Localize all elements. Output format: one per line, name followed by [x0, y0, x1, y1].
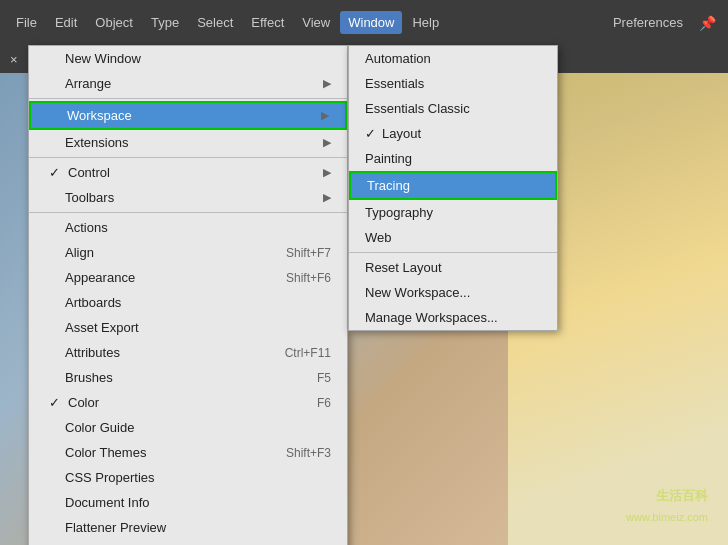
- menu-toolbars-label: Toolbars: [45, 190, 114, 205]
- watermark-line1: 生活百科: [656, 487, 708, 505]
- menu-type[interactable]: Type: [143, 11, 187, 34]
- brushes-shortcut: F5: [317, 371, 331, 385]
- extensions-arrow-icon: ▶: [323, 136, 331, 149]
- menu-document-info-label: Document Info: [45, 495, 150, 510]
- menu-workspace[interactable]: Workspace ▶: [29, 101, 347, 130]
- pin-icon[interactable]: 📌: [695, 11, 720, 35]
- menu-flattener-preview-label: Flattener Preview: [45, 520, 166, 535]
- menu-align-label: Align: [45, 245, 94, 260]
- appearance-shortcut: Shift+F6: [286, 271, 331, 285]
- control-check-area: ✓ Control: [45, 165, 110, 180]
- menu-extensions-label: Extensions: [45, 135, 129, 150]
- menu-css-properties-label: CSS Properties: [45, 470, 155, 485]
- submenu-manage-workspaces-label: Manage Workspaces...: [365, 310, 498, 325]
- menu-color-themes[interactable]: Color Themes Shift+F3: [29, 440, 347, 465]
- menu-view[interactable]: View: [294, 11, 338, 34]
- menu-brushes-label: Brushes: [45, 370, 113, 385]
- menu-color-themes-label: Color Themes: [45, 445, 146, 460]
- menu-arrange-label: Arrange: [45, 76, 111, 91]
- attributes-shortcut: Ctrl+F11: [285, 346, 331, 360]
- control-arrow-icon: ▶: [323, 166, 331, 179]
- submenu-reset-layout[interactable]: Reset Layout: [349, 255, 557, 280]
- submenu-typography[interactable]: Typography: [349, 200, 557, 225]
- layout-checkmark-icon: ✓: [365, 126, 376, 141]
- menu-effect[interactable]: Effect: [243, 11, 292, 34]
- submenu-layout[interactable]: ✓ Layout: [349, 121, 557, 146]
- submenu-tracing[interactable]: Tracing: [349, 171, 557, 200]
- menu-file[interactable]: File: [8, 11, 45, 34]
- sep3: [29, 212, 347, 213]
- submenu-reset-layout-label: Reset Layout: [365, 260, 442, 275]
- menu-color-label: Color: [68, 395, 99, 410]
- menu-artboards[interactable]: Artboards: [29, 290, 347, 315]
- menu-gradient[interactable]: Gradient Ctrl+F9: [29, 540, 347, 545]
- menu-workspace-label: Workspace: [47, 108, 132, 123]
- arrange-arrow-icon: ▶: [323, 77, 331, 90]
- menu-new-window-label: New Window: [45, 51, 141, 66]
- menu-document-info[interactable]: Document Info: [29, 490, 347, 515]
- menu-attributes-label: Attributes: [45, 345, 120, 360]
- menu-artboards-label: Artboards: [45, 295, 121, 310]
- close-button[interactable]: ×: [4, 50, 24, 69]
- menu-appearance[interactable]: Appearance Shift+F6: [29, 265, 347, 290]
- sep2: [29, 157, 347, 158]
- menu-select[interactable]: Select: [189, 11, 241, 34]
- submenu-tracing-label: Tracing: [367, 178, 410, 193]
- menu-appearance-label: Appearance: [45, 270, 135, 285]
- toolbars-arrow-icon: ▶: [323, 191, 331, 204]
- menu-toolbars[interactable]: Toolbars ▶: [29, 185, 347, 210]
- menu-window[interactable]: Window: [340, 11, 402, 34]
- submenu-sep1: [349, 252, 557, 253]
- submenu-typography-label: Typography: [365, 205, 433, 220]
- submenu-web-label: Web: [365, 230, 392, 245]
- workspace-arrow-icon: ▶: [321, 109, 329, 122]
- submenu-new-workspace[interactable]: New Workspace...: [349, 280, 557, 305]
- control-checkmark-icon: ✓: [49, 165, 60, 180]
- submenu-layout-label: Layout: [382, 126, 421, 141]
- submenu-painting[interactable]: Painting: [349, 146, 557, 171]
- menu-actions-label: Actions: [45, 220, 108, 235]
- menu-attributes[interactable]: Attributes Ctrl+F11: [29, 340, 347, 365]
- menu-css-properties[interactable]: CSS Properties: [29, 465, 347, 490]
- menu-bar: File Edit Object Type Select Effect View…: [8, 11, 447, 34]
- menu-actions[interactable]: Actions: [29, 215, 347, 240]
- color-shortcut: F6: [317, 396, 331, 410]
- menu-color[interactable]: ✓ Color F6: [29, 390, 347, 415]
- submenu-essentials-classic[interactable]: Essentials Classic: [349, 96, 557, 121]
- submenu-essentials-classic-label: Essentials Classic: [365, 101, 470, 116]
- submenu-web[interactable]: Web: [349, 225, 557, 250]
- watermark-line2: www.bimeiz.com: [626, 511, 708, 523]
- menu-asset-export[interactable]: Asset Export: [29, 315, 347, 340]
- menu-asset-export-label: Asset Export: [45, 320, 139, 335]
- menu-edit[interactable]: Edit: [47, 11, 85, 34]
- menu-extensions[interactable]: Extensions ▶: [29, 130, 347, 155]
- menu-color-guide-label: Color Guide: [45, 420, 134, 435]
- menu-brushes[interactable]: Brushes F5: [29, 365, 347, 390]
- menu-arrange[interactable]: Arrange ▶: [29, 71, 347, 96]
- workspace-submenu: Automation Essentials Essentials Classic…: [348, 45, 558, 331]
- sep1: [29, 98, 347, 99]
- color-check-area: ✓ Color: [45, 395, 99, 410]
- submenu-manage-workspaces[interactable]: Manage Workspaces...: [349, 305, 557, 330]
- window-dropdown-menu: New Window Arrange ▶ Workspace ▶ Extensi…: [28, 45, 348, 545]
- submenu-painting-label: Painting: [365, 151, 412, 166]
- menu-help[interactable]: Help: [404, 11, 447, 34]
- menu-color-guide[interactable]: Color Guide: [29, 415, 347, 440]
- submenu-automation-label: Automation: [365, 51, 431, 66]
- submenu-essentials-label: Essentials: [365, 76, 424, 91]
- menu-flattener-preview[interactable]: Flattener Preview: [29, 515, 347, 540]
- menu-new-window[interactable]: New Window: [29, 46, 347, 71]
- preferences-label[interactable]: Preferences: [605, 11, 691, 34]
- menu-align[interactable]: Align Shift+F7: [29, 240, 347, 265]
- submenu-automation[interactable]: Automation: [349, 46, 557, 71]
- menu-object[interactable]: Object: [87, 11, 141, 34]
- menu-control[interactable]: ✓ Control ▶: [29, 160, 347, 185]
- align-shortcut: Shift+F7: [286, 246, 331, 260]
- color-themes-shortcut: Shift+F3: [286, 446, 331, 460]
- menu-control-label: Control: [68, 165, 110, 180]
- color-checkmark-icon: ✓: [49, 395, 60, 410]
- submenu-essentials[interactable]: Essentials: [349, 71, 557, 96]
- submenu-new-workspace-label: New Workspace...: [365, 285, 470, 300]
- top-toolbar: File Edit Object Type Select Effect View…: [0, 0, 728, 45]
